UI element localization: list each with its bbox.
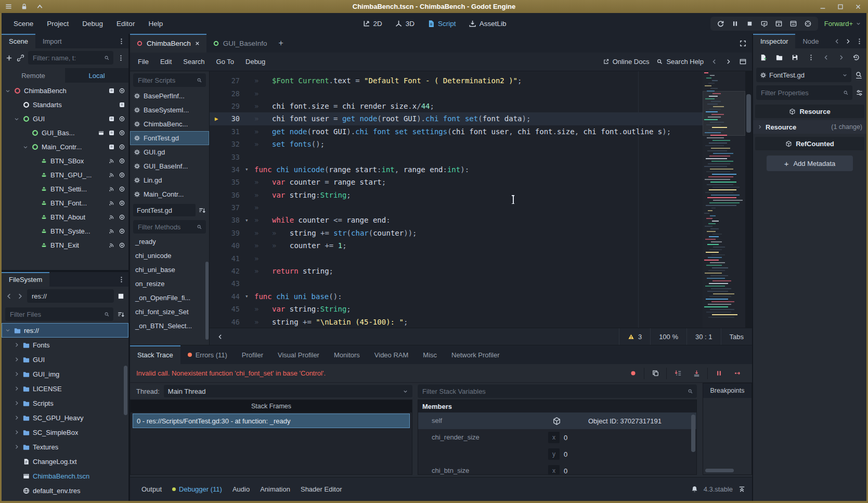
zoom-indicator[interactable]: 100 % [650,328,686,345]
fs-path-field[interactable] [27,289,114,303]
expand-bottom-panel-button[interactable] [738,485,746,493]
fold-arrow-icon[interactable]: ▾ [245,293,254,300]
scene-tree-row[interactable]: BTN_Syste... [2,224,128,238]
filesystem-row[interactable]: SC_SimpleBox [2,425,128,440]
signal-icon[interactable] [108,186,115,192]
renderer-dropdown[interactable]: Forward+ [824,20,861,28]
add-metadata-button[interactable]: + Add Metadata [767,156,853,171]
script-item-lin-gd[interactable]: Lin.gd [130,173,209,187]
close-tab-icon[interactable] [195,41,200,46]
script-item-gui-gd[interactable]: GUI.gd [130,145,209,159]
scene-tree-row[interactable]: BTN_Font... [2,196,128,210]
context-3d[interactable]: 3D [391,17,418,30]
eye-icon[interactable] [119,130,125,136]
play-scene-icon[interactable] [775,20,783,28]
chevron-down-icon[interactable] [22,144,29,150]
code-line[interactable]: ▶30»chi_font_user = get_node(root_GUI).c… [210,112,703,125]
script-icon[interactable] [108,130,115,136]
member-field-value[interactable]: 0 [564,450,567,458]
chevron-right-icon[interactable] [14,356,20,363]
debugger-tab-video-ram[interactable]: Video RAM [367,345,416,364]
debug-exec-arrow-icon[interactable]: ▶ [210,115,223,122]
filter-methods-input[interactable] [137,223,194,231]
save-resource-button[interactable] [791,54,799,61]
chevron-right-icon[interactable] [14,444,20,450]
copy-error-icon[interactable] [646,367,665,380]
filesystem-row[interactable]: GUI [2,352,128,367]
script-menu-debug[interactable]: Debug [240,58,271,66]
scene-tree-row[interactable]: GUI [2,112,128,126]
filter-methods-field[interactable] [133,220,206,234]
code-line[interactable]: 33 [210,150,703,163]
method-item-ready[interactable]: _ready [130,235,209,249]
chevron-right-icon[interactable] [14,342,20,348]
menu-help[interactable]: Help [141,20,170,28]
warnings-indicator[interactable]: 3 [619,328,650,345]
method-item-chi-uni-base[interactable]: chi_uni_base [130,263,209,277]
editor-tab-gui-baseinfo[interactable]: GUI_BaseInfo [206,34,274,53]
code-line[interactable]: 28» [210,87,703,99]
eye-icon[interactable] [119,214,125,221]
collapse-scripts-panel-button[interactable] [210,333,231,340]
fs-split-mode-button[interactable] [117,292,125,300]
signal-icon[interactable] [108,228,115,235]
member-field-value[interactable]: 0 [564,434,567,442]
eye-icon[interactable] [119,172,125,178]
script-history-forward-button[interactable] [725,58,732,65]
remote-tab[interactable]: Remote [2,68,65,83]
filter-scripts-input[interactable] [137,76,194,85]
inspected-object-field[interactable]: FontTest.gd [756,68,851,82]
instance-scene-button[interactable] [17,54,24,62]
bottom-tab-audio[interactable]: Audio [227,478,255,501]
hamburger-menu-icon[interactable] [5,3,12,10]
member-row-chi-render-size[interactable]: chi_render_sizex0y0 [418,429,696,462]
dots-menu-icon[interactable] [118,37,125,45]
filesystem-row[interactable]: ChangeLog.txt [2,454,128,469]
script-icon[interactable] [108,87,115,94]
methods-scrollbar[interactable] [205,262,209,340]
scene-tree-row[interactable]: ChimbaBench [2,84,128,98]
resource-extra-menu-button[interactable] [807,54,815,61]
script-history-back-button[interactable] [711,58,718,65]
code-line[interactable]: 40»»counter += 1; [210,239,703,252]
filesystem-row[interactable]: GUI_img [2,367,128,381]
scripts-sort-button[interactable] [198,207,206,214]
filesystem-row[interactable]: default_env.tres [2,483,128,498]
script-menu-search[interactable]: Search [177,58,210,66]
eye-icon[interactable] [119,228,125,235]
code-line[interactable]: 46»string += "\nLatin (45-100): "; [210,315,703,328]
stack-variables-filter-input[interactable] [421,387,685,396]
scene-filter-field[interactable] [28,51,113,65]
context-assetlib[interactable]: AssetLib [464,17,510,30]
new-resource-button[interactable] [759,54,767,61]
method-item-chi-font-size-set[interactable]: chi_font_size_Set [130,305,209,319]
chevron-down-icon[interactable] [5,327,11,333]
member-row-self[interactable]: selfObject ID: 37027317191 [418,412,696,429]
property-tools-button[interactable] [856,89,863,97]
online-docs-button[interactable]: Online Docs [603,58,650,66]
scene-dock-tab-import[interactable]: Import [35,34,69,48]
signal-icon[interactable] [108,214,115,221]
fs-sort-button[interactable] [117,311,125,318]
script-item-fonttest-gd[interactable]: FontTest.gd [130,131,209,145]
filesystem-menu-button[interactable] [118,276,125,283]
close-icon[interactable] [854,3,862,10]
filesystem-row[interactable]: Fonts [2,338,128,352]
code-line[interactable]: 42»return string; [210,265,703,277]
inspector-back-button[interactable] [823,54,830,61]
fullscreen-icon[interactable] [739,40,747,47]
scene-dock-tab-scene[interactable]: Scene [2,34,35,48]
signal-icon[interactable] [108,242,115,249]
member-row-chi-btn-size[interactable]: chi_btn_sizex0 [418,462,696,475]
menu-project[interactable]: Project [40,20,75,28]
section-resource[interactable]: Resource (1 change) [753,120,866,134]
inspector-tab-node[interactable]: Node [795,34,826,48]
editor-tab-chimbabench[interactable]: ChimbaBench [130,34,206,53]
members-scrollbar[interactable] [691,415,695,452]
scene-tree-row[interactable]: BTN_About [2,210,128,224]
code-line[interactable]: 41» [210,252,703,264]
scene-tree-row[interactable]: BTN_Exit [2,238,128,252]
eye-icon[interactable] [119,242,125,249]
fs-filter-input[interactable] [9,310,101,319]
debugger-tab-profiler[interactable]: Profiler [235,345,270,364]
